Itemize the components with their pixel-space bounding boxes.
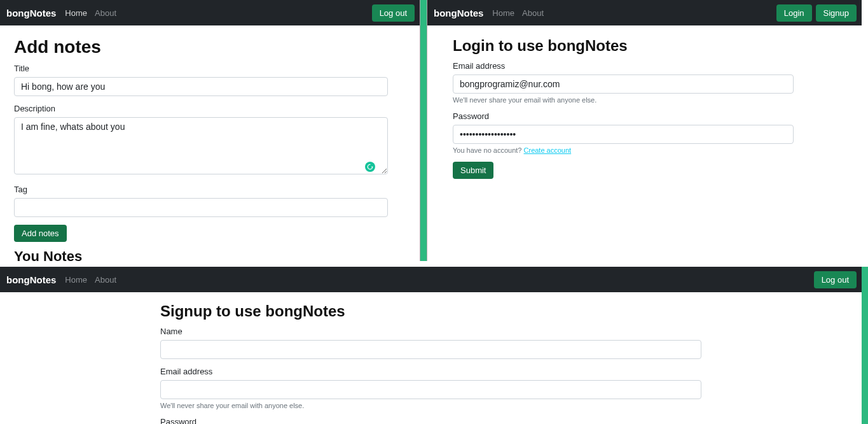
- password-input[interactable]: [453, 125, 794, 144]
- description-label: Description: [14, 104, 388, 113]
- brand[interactable]: bongNotes: [6, 274, 56, 285]
- title-label: Title: [14, 64, 388, 73]
- nav-home[interactable]: Home: [65, 8, 87, 18]
- signup-password-label: Password: [160, 417, 701, 424]
- title-input[interactable]: [14, 77, 388, 96]
- nav-home[interactable]: Home: [65, 275, 87, 285]
- your-notes-heading: You Notes: [14, 248, 388, 261]
- navbar-left: bongNotes Home About Log out: [0, 0, 420, 25]
- logout-button[interactable]: Log out: [372, 4, 415, 22]
- signup-email-label: Email address: [160, 367, 701, 376]
- brand[interactable]: bongNotes: [434, 8, 483, 18]
- navbar-right: bongNotes Home About Login Signup: [427, 0, 862, 25]
- create-account-link[interactable]: Create account: [524, 146, 572, 154]
- no-account-helper: You have no account? Create account: [453, 146, 794, 154]
- signup-email-input[interactable]: [160, 380, 701, 399]
- nav-home[interactable]: Home: [492, 8, 514, 18]
- nav-about[interactable]: About: [522, 8, 544, 18]
- name-input[interactable]: [160, 340, 701, 359]
- panel-login: bongNotes Home About Login Signup Login …: [427, 0, 862, 261]
- navbar-bottom: bongNotes Home About Log out: [0, 267, 862, 292]
- signup-heading: Signup to use bongNotes: [160, 302, 701, 320]
- add-notes-button[interactable]: Add notes: [14, 225, 67, 242]
- panel-signup: bongNotes Home About Log out Signup to u…: [0, 267, 862, 424]
- horizontal-divider: [0, 261, 868, 267]
- tag-label: Tag: [14, 185, 388, 194]
- login-button[interactable]: Login: [776, 4, 812, 22]
- email-label: Email address: [453, 61, 794, 71]
- email-input[interactable]: [453, 74, 794, 94]
- tag-input[interactable]: [14, 198, 388, 217]
- no-account-text: You have no account?: [453, 146, 524, 154]
- email-helper: We'll never share your email with anyone…: [453, 96, 794, 104]
- password-label: Password: [453, 111, 794, 121]
- accent-divider[interactable]: [862, 267, 868, 424]
- vertical-divider[interactable]: [420, 0, 427, 261]
- signup-email-helper: We'll never share your email with anyone…: [160, 402, 701, 409]
- nav-about[interactable]: About: [95, 8, 116, 18]
- submit-button[interactable]: Submit: [453, 162, 493, 179]
- login-heading: Login to use bongNotes: [453, 37, 794, 55]
- brand[interactable]: bongNotes: [6, 8, 56, 18]
- signup-button[interactable]: Signup: [816, 4, 857, 22]
- name-label: Name: [160, 327, 701, 336]
- panel-add-notes: bongNotes Home About Log out Add notes T…: [0, 0, 420, 261]
- add-notes-heading: Add notes: [14, 37, 388, 57]
- description-textarea[interactable]: [14, 117, 388, 174]
- logout-button[interactable]: Log out: [814, 271, 857, 288]
- nav-about[interactable]: About: [95, 275, 116, 285]
